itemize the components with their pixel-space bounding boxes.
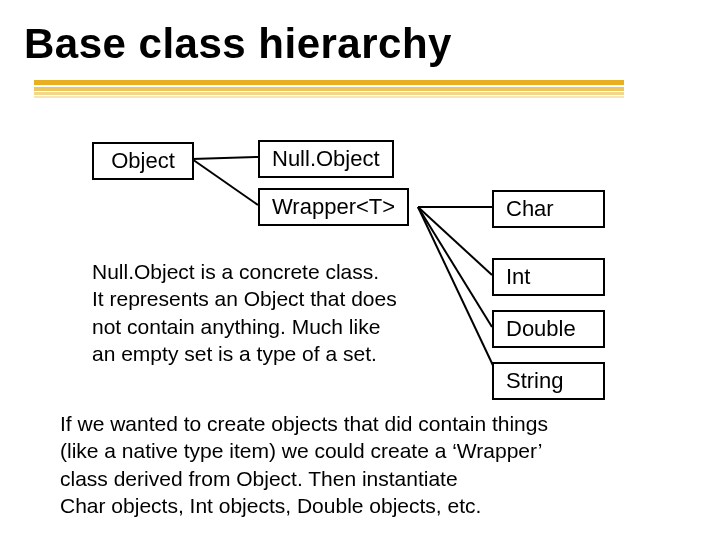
node-wrapper: Wrapper<T> (258, 188, 409, 226)
paragraph-wrapper: If we wanted to create objects that did … (60, 410, 670, 519)
node-string: String (492, 362, 605, 400)
node-object: Object (92, 142, 194, 180)
node-nullobject: Null.Object (258, 140, 394, 178)
text-line: class derived from Object. Then instanti… (60, 467, 458, 490)
edge-object-wrapper (192, 159, 258, 205)
node-char: Char (492, 190, 605, 228)
text-line: (like a native type item) we could creat… (60, 439, 542, 462)
title-underline (34, 80, 624, 102)
text-line: If we wanted to create objects that did … (60, 412, 548, 435)
edge-object-nullobject (192, 157, 258, 159)
text-line: It represents an Object that does (92, 287, 397, 310)
text-line: Null.Object is a concrete class. (92, 260, 379, 283)
node-int: Int (492, 258, 605, 296)
text-line: Char objects, Int objects, Double object… (60, 494, 481, 517)
slide-title: Base class hierarchy (24, 20, 452, 68)
text-line: an empty set is a type of a set. (92, 342, 377, 365)
paragraph-nullobject: Null.Object is a concrete class. It repr… (92, 258, 472, 367)
text-line: not contain anything. Much like (92, 315, 380, 338)
node-double: Double (492, 310, 605, 348)
slide: Base class hierarchy Object Null.Object … (0, 0, 720, 540)
